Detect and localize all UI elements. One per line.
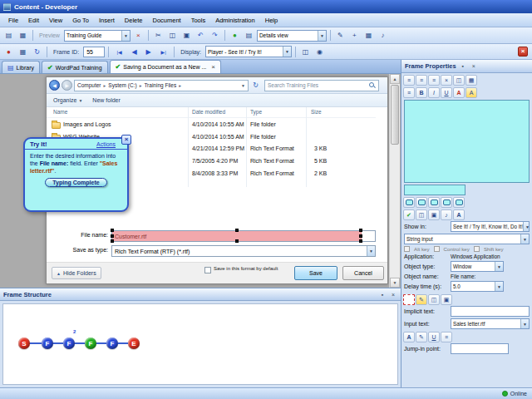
frame-node[interactable]: F xyxy=(106,337,118,349)
frame-node[interactable]: F xyxy=(63,337,75,349)
refresh-icon[interactable]: ↻ xyxy=(250,80,261,91)
typing-complete-button[interactable]: Typing Complete xyxy=(45,178,106,187)
pin-icon[interactable]: ▪ xyxy=(459,62,467,71)
frame-structure-canvas[interactable]: 2 S F F F F E xyxy=(2,303,398,385)
display-select[interactable]: Player - See It! / Try It! ▼ xyxy=(205,46,292,57)
edit-icon[interactable]: ✎ xyxy=(334,30,347,42)
forward-button[interactable]: ▶ xyxy=(62,80,72,91)
table-icon[interactable]: ◫ xyxy=(453,75,465,86)
preview-button[interactable]: Preview xyxy=(37,32,62,38)
underline-button[interactable]: U xyxy=(441,87,452,98)
font-icon[interactable]: A xyxy=(403,332,415,342)
image-icon[interactable]: ▦ xyxy=(362,30,375,42)
organize-button[interactable]: Organize ▼ xyxy=(53,97,82,103)
menu-edit[interactable]: Edit xyxy=(23,15,44,26)
breadcrumb-computer[interactable]: Computer xyxy=(77,82,101,88)
image-icon[interactable]: ▦ xyxy=(466,75,477,86)
bubble-actions-link[interactable]: Actions xyxy=(96,141,116,147)
default-format-checkbox[interactable]: Save in this format by default xyxy=(204,266,288,273)
add-icon[interactable]: + xyxy=(348,30,361,42)
bold-button[interactable]: B xyxy=(416,87,427,98)
column-size[interactable]: Size xyxy=(311,109,322,115)
menu-view[interactable]: View xyxy=(44,15,67,26)
undo-icon[interactable]: ↶ xyxy=(195,30,207,42)
frame-node-start[interactable]: S xyxy=(18,337,30,349)
save-type-select[interactable]: Rich Text Format (RTF) (*.rtf) ▼ xyxy=(111,245,376,257)
file-row[interactable]: Images and Logos 4/10/2014 10:55 AM File… xyxy=(47,120,376,131)
capture-icon[interactable]: ● xyxy=(229,30,241,42)
jump-in-input[interactable] xyxy=(451,343,509,354)
font-icon[interactable]: A xyxy=(453,209,465,220)
highlight-region-icon[interactable]: ✎ xyxy=(416,294,427,305)
align-center-icon[interactable]: ≡ xyxy=(416,75,427,86)
column-name[interactable]: Name xyxy=(53,109,67,115)
checkbox-icon[interactable] xyxy=(204,267,211,273)
implicit-text-input[interactable] xyxy=(451,306,530,317)
keyboard-icon[interactable]: ▣ xyxy=(441,294,452,305)
redo-icon[interactable]: ↷ xyxy=(209,30,221,42)
pin-icon[interactable]: ▪ xyxy=(378,290,387,298)
file-name-input[interactable]: Customer.rtf xyxy=(111,230,376,242)
hide-folders-button[interactable]: ▲ Hide Folders xyxy=(52,267,101,279)
balloon-style-icon[interactable] xyxy=(441,197,452,208)
balloon-style-icon[interactable] xyxy=(416,197,427,208)
bubble-close-button[interactable]: × xyxy=(121,135,131,145)
save-button[interactable]: Save xyxy=(294,266,337,280)
italic-button[interactable]: I xyxy=(428,87,440,98)
delete-icon[interactable]: × xyxy=(441,75,452,86)
edit-text-icon[interactable]: ✎ xyxy=(416,332,427,342)
library-icon[interactable]: ▤ xyxy=(2,30,15,42)
scroll-down-icon[interactable]: ▼ xyxy=(390,278,400,288)
close-pane-button[interactable]: × xyxy=(518,47,528,57)
control-key-checkbox[interactable] xyxy=(434,246,440,252)
sound-icon[interactable]: ♪ xyxy=(377,30,389,42)
cancel-button[interactable]: Cancel xyxy=(342,266,384,280)
input-highlight-region[interactable]: Customer.rtf xyxy=(112,231,362,241)
library-tab[interactable]: ▤ Library xyxy=(2,61,40,73)
menu-insert[interactable]: Insert xyxy=(94,15,120,26)
scrollbar-thumb[interactable] xyxy=(391,85,399,145)
menu-file[interactable]: File xyxy=(3,15,23,26)
input-text-select[interactable]: Sales letter.rtf ▼ xyxy=(451,318,530,329)
delay-select[interactable]: 5.0 ▼ xyxy=(451,281,504,292)
sound-icon[interactable]: ♪ xyxy=(441,209,452,220)
highlight-color-button[interactable]: A xyxy=(466,87,477,98)
next-frame-icon[interactable]: ▶ xyxy=(142,46,155,57)
frames-icon[interactable]: ▦ xyxy=(17,46,29,57)
copy-icon[interactable]: ◫ xyxy=(166,30,179,42)
input-field-icon[interactable]: ◫ xyxy=(428,294,440,305)
input-type-select[interactable]: String input ▼ xyxy=(404,234,530,244)
region-select-icon[interactable] xyxy=(403,294,415,305)
close-icon[interactable]: × xyxy=(389,290,397,298)
record-icon[interactable]: ● xyxy=(2,46,15,57)
last-frame-icon[interactable]: ▶| xyxy=(156,46,170,57)
breadcrumb-training-files[interactable]: Training Files xyxy=(144,82,176,88)
tab-saving-document[interactable]: ✔ Saving a Document as a New ... × xyxy=(110,60,221,73)
close-icon[interactable]: × xyxy=(470,62,478,71)
first-frame-icon[interactable]: |◀ xyxy=(112,46,126,57)
tab-wordpad-training[interactable]: ✔ WordPad Training xyxy=(42,61,108,73)
object-type-select[interactable]: Window ▼ xyxy=(451,261,504,272)
frame-node[interactable]: F xyxy=(42,337,53,349)
text-options-icon[interactable]: ≡ xyxy=(441,332,452,342)
anchor-icon[interactable]: ▣ xyxy=(428,209,440,220)
align-right-icon[interactable]: ≡ xyxy=(428,75,440,86)
menu-administration[interactable]: Administration xyxy=(210,15,260,26)
scroll-up-icon[interactable]: ▲ xyxy=(390,74,400,84)
menu-document[interactable]: Document xyxy=(147,15,185,26)
balloon-text-editor[interactable] xyxy=(404,100,530,183)
menu-tools[interactable]: Tools xyxy=(186,15,211,26)
frame-node-end[interactable]: E xyxy=(128,337,140,349)
alt-key-checkbox[interactable] xyxy=(404,246,410,252)
menu-help[interactable]: Help xyxy=(260,15,283,26)
align-left-icon[interactable]: ≡ xyxy=(403,75,415,86)
breadcrumb[interactable]: Computer ▸ System (C:) ▸ Training Files … xyxy=(74,80,249,91)
balloon-style-icon[interactable] xyxy=(403,197,415,208)
refresh-icon[interactable]: ↻ xyxy=(31,46,43,57)
view-select[interactable]: Details view ▼ xyxy=(257,30,327,42)
verify-icon[interactable]: ✔ xyxy=(403,209,415,220)
align-justify-icon[interactable]: ≡ xyxy=(403,87,415,98)
menu-goto[interactable]: Go To xyxy=(67,15,94,26)
grid-icon[interactable]: ◫ xyxy=(299,46,312,57)
show-in-select[interactable]: See It! / Try It!, Know It!, Do It! ▼ xyxy=(451,221,530,232)
